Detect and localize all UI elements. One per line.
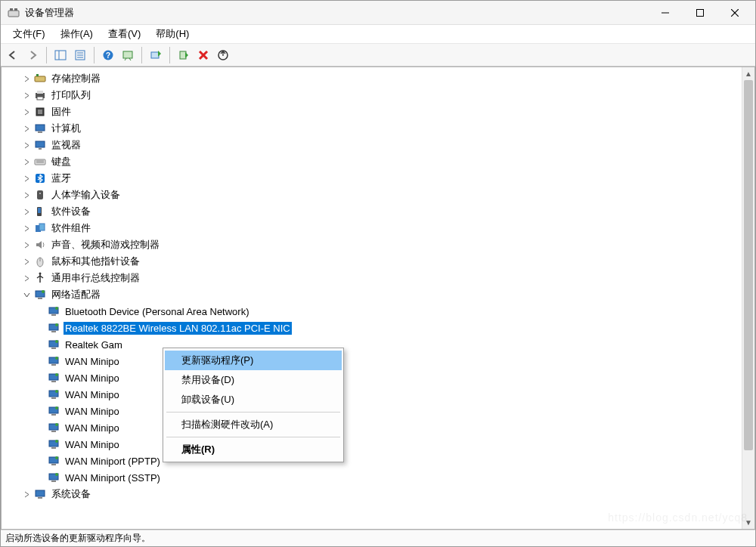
- svg-rect-24: [37, 91, 43, 94]
- app-icon: [7, 6, 20, 20]
- tree-item[interactable]: WAN Minipo: [2, 353, 742, 369]
- svg-point-47: [42, 290, 45, 293]
- context-menu-uninstall-device[interactable]: 卸载设备(U): [165, 390, 342, 409]
- tree-category[interactable]: 蓝牙: [2, 170, 742, 187]
- tree-item[interactable]: Bluetooth Device (Personal Area Network): [2, 303, 742, 320]
- tree-category[interactable]: 键盘: [2, 153, 742, 170]
- tree-item-selected[interactable]: Realtek 8822BE Wireless LAN 802.11ac PCI…: [2, 320, 742, 336]
- help-button[interactable]: ?: [99, 46, 117, 64]
- chevron-right-icon[interactable]: [21, 190, 32, 200]
- tree-category[interactable]: 系统设备: [2, 486, 742, 502]
- maximize-button[interactable]: [683, 2, 717, 24]
- tree-label: 网络适配器: [50, 287, 102, 302]
- scroll-down-icon[interactable]: ▼: [742, 516, 754, 529]
- toolbar: ?: [1, 44, 755, 66]
- tree-category[interactable]: 计算机: [2, 120, 742, 137]
- network-adapter-icon: [47, 388, 60, 401]
- minimize-button[interactable]: [648, 2, 683, 24]
- menu-file[interactable]: 文件(F): [5, 25, 53, 43]
- show-hide-tree-button[interactable]: [51, 46, 70, 64]
- svg-rect-27: [38, 110, 42, 114]
- close-button[interactable]: [717, 2, 752, 24]
- tree-label: 打印队列: [50, 88, 92, 103]
- scroll-thumb[interactable]: [744, 80, 753, 450]
- toolbar-separator: [94, 47, 94, 63]
- chevron-right-icon[interactable]: [21, 256, 32, 267]
- forward-button[interactable]: [23, 46, 42, 64]
- svg-rect-15: [123, 51, 132, 58]
- tree-category[interactable]: 监视器: [2, 137, 742, 153]
- svg-rect-4: [697, 9, 704, 16]
- chevron-right-icon[interactable]: [21, 107, 32, 117]
- tree-category[interactable]: 存储控制器: [2, 70, 742, 87]
- svg-point-65: [55, 390, 58, 393]
- menu-help[interactable]: 帮助(H): [148, 25, 197, 43]
- tree-item[interactable]: WAN Miniport (PPTP): [2, 453, 742, 469]
- properties-button[interactable]: [71, 46, 89, 64]
- tree-label: 声音、视频和游戏控制器: [50, 237, 161, 252]
- update-driver-button[interactable]: [147, 46, 165, 64]
- chevron-right-icon[interactable]: [21, 240, 32, 250]
- context-menu-scan-hardware[interactable]: 扫描检测硬件改动(A): [165, 415, 342, 434]
- uninstall-device-button[interactable]: [194, 46, 212, 64]
- svg-point-62: [55, 373, 58, 376]
- scroll-up-icon[interactable]: ▲: [742, 67, 754, 80]
- tree-category[interactable]: 固件: [2, 104, 742, 120]
- tree-item[interactable]: WAN Miniport (SSTP): [2, 469, 742, 486]
- chevron-right-icon[interactable]: [21, 206, 32, 217]
- tree-label: WAN Minipo: [64, 388, 121, 401]
- svg-point-77: [55, 456, 58, 459]
- chevron-right-icon[interactable]: [21, 90, 32, 100]
- chevron-right-icon[interactable]: [21, 140, 32, 150]
- tree-item[interactable]: WAN Minipo: [2, 436, 742, 453]
- tree-item[interactable]: WAN Minipo: [2, 369, 742, 386]
- statusbar: 启动所选设备的更新驱动程序向导。: [1, 530, 755, 546]
- tree-item[interactable]: WAN Minipo: [2, 419, 742, 436]
- context-menu-update-driver[interactable]: 更新驱动程序(P): [165, 351, 342, 370]
- chevron-down-icon[interactable]: [21, 289, 32, 300]
- network-adapter-icon: [47, 321, 60, 335]
- svg-rect-55: [51, 348, 56, 349]
- computer-icon: [33, 122, 47, 135]
- chevron-right-icon[interactable]: [21, 489, 32, 499]
- tree-label: Realtek 8822BE Wireless LAN 802.11ac PCI…: [64, 322, 292, 335]
- svg-rect-25: [37, 97, 43, 100]
- tree-category-network[interactable]: 网络适配器: [2, 286, 742, 303]
- tree-label: WAN Miniport (SSTP): [64, 471, 162, 484]
- tree-item[interactable]: WAN Minipo: [2, 403, 742, 419]
- tree-category[interactable]: 软件组件: [2, 220, 742, 236]
- tree-category[interactable]: 软件设备: [2, 203, 742, 220]
- window-title: 设备管理器: [25, 6, 74, 20]
- chevron-right-icon[interactable]: [21, 73, 32, 84]
- enable-device-button[interactable]: [175, 46, 193, 64]
- svg-rect-67: [51, 414, 56, 416]
- tree-category[interactable]: 打印队列: [2, 87, 742, 104]
- tree-category[interactable]: 人体学输入设备: [2, 187, 742, 203]
- svg-point-68: [55, 406, 58, 409]
- tree-item[interactable]: WAN Minipo: [2, 386, 742, 403]
- context-menu-properties[interactable]: 属性(R): [165, 440, 342, 459]
- tree-label: Realtek Gam: [64, 338, 124, 351]
- chevron-right-icon[interactable]: [21, 123, 32, 134]
- tree-item[interactable]: Realtek Gam: [2, 336, 742, 353]
- monitor-icon: [33, 138, 47, 152]
- chevron-right-icon[interactable]: [21, 156, 32, 167]
- vertical-scrollbar[interactable]: ▲ ▼: [742, 67, 754, 529]
- back-button[interactable]: [4, 46, 22, 64]
- menu-action[interactable]: 操作(A): [53, 25, 101, 43]
- svg-point-80: [55, 473, 58, 476]
- menu-view[interactable]: 查看(V): [101, 25, 148, 43]
- tree-category[interactable]: 声音、视频和游戏控制器: [2, 236, 742, 253]
- chevron-right-icon[interactable]: [21, 223, 32, 233]
- device-tree[interactable]: 存储控制器 打印队列 固件 计算机: [2, 67, 742, 529]
- disable-device-button[interactable]: [214, 46, 232, 64]
- tree-category[interactable]: 通用串行总线控制器: [2, 270, 742, 286]
- scroll-track[interactable]: [742, 80, 754, 516]
- tree-category[interactable]: 鼠标和其他指针设备: [2, 253, 742, 270]
- scan-hardware-button[interactable]: [119, 46, 137, 64]
- context-menu-disable-device[interactable]: 禁用设备(D): [165, 370, 342, 390]
- software-component-icon: [33, 221, 47, 235]
- chevron-right-icon[interactable]: [21, 273, 32, 283]
- chevron-right-icon[interactable]: [21, 173, 32, 184]
- tree-label: 计算机: [50, 121, 82, 136]
